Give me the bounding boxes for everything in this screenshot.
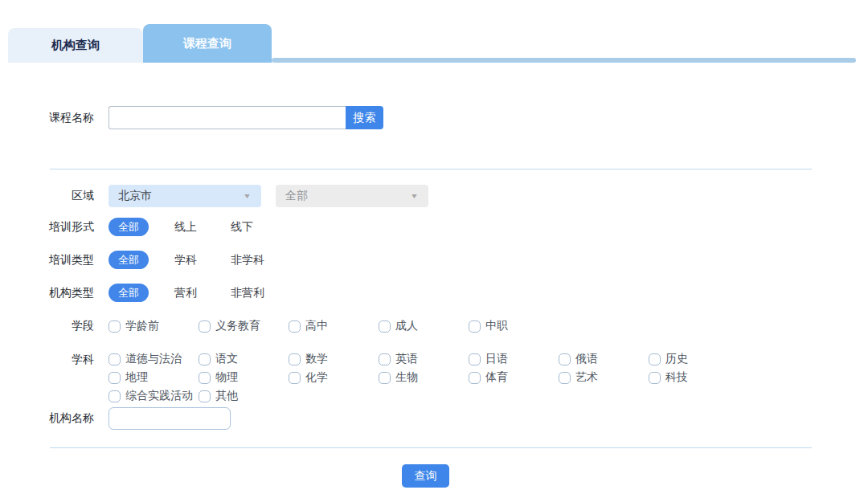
stage-label: 学段 [0,319,94,333]
filter-option-selected[interactable]: 全部 [108,218,149,236]
checkbox-item[interactable]: 道德与法治 [108,352,199,366]
district-value: 全部 [285,189,308,203]
search-button[interactable]: 搜索 [346,106,383,129]
filter-option[interactable]: 非学科 [231,253,264,267]
org-type-row: 机构类型 全部营利非营利 [0,284,298,302]
tab-institution-query[interactable]: 机构查询 [8,28,143,63]
checkbox-item[interactable]: 日语 [469,352,559,366]
checkbox-icon[interactable] [289,372,301,384]
checkbox-item[interactable]: 化学 [289,370,379,385]
checkbox-item[interactable]: 学龄前 [108,319,199,333]
course-name-row: 课程名称 搜索 [0,106,383,129]
tab-course-label: 课程查询 [183,36,231,51]
filter-option[interactable]: 非营利 [231,286,264,300]
checkbox-label: 中职 [485,319,508,333]
checkbox-item[interactable]: 数学 [289,352,379,366]
checkbox-item[interactable]: 物理 [199,370,289,385]
checkbox-item[interactable]: 体育 [469,370,559,385]
checkbox-label: 成人 [395,319,418,333]
checkbox-label: 物理 [215,370,238,385]
course-name-input[interactable] [108,106,346,129]
checkbox-icon[interactable] [379,320,391,333]
tab-institution-label: 机构查询 [51,38,100,53]
checkbox-label: 其他 [215,389,238,403]
checkbox-icon[interactable] [559,353,571,365]
checkbox-label: 体育 [485,370,508,385]
checkbox-label: 英语 [395,352,418,366]
checkbox-icon[interactable] [199,320,211,333]
subject-options: 道德与法治语文数学英语日语俄语历史地理物理化学生物体育艺术科技综合实践活动其他 [108,352,739,403]
checkbox-item[interactable]: 地理 [108,370,199,385]
checkbox-icon[interactable] [469,353,481,365]
checkbox-label: 日语 [485,352,508,366]
checkbox-icon[interactable] [108,372,121,384]
checkbox-item[interactable]: 生物 [379,370,469,385]
checkbox-item[interactable]: 高中 [289,319,379,333]
checkbox-item[interactable]: 义务教育 [199,319,289,333]
region-row: 区域 北京市 ▼ 全部 ▼ [0,185,428,207]
checkbox-item[interactable]: 科技 [649,370,739,385]
checkbox-icon[interactable] [649,372,661,384]
checkbox-label: 义务教育 [215,319,260,333]
checkbox-icon[interactable] [379,372,391,384]
checkbox-label: 化学 [305,370,328,385]
checkbox-item[interactable]: 其他 [199,389,289,403]
district-select[interactable]: 全部 ▼ [276,185,428,207]
chevron-down-icon: ▼ [410,192,419,200]
query-button[interactable]: 查询 [402,464,449,488]
checkbox-label: 科技 [665,370,688,385]
checkbox-icon[interactable] [108,390,121,402]
checkbox-item[interactable]: 成人 [379,319,469,333]
checkbox-item[interactable]: 俄语 [559,352,649,366]
checkbox-item[interactable]: 综合实践活动 [108,389,199,403]
org-name-input[interactable] [108,407,231,430]
subject-label: 学科 [0,352,94,367]
checkbox-label: 俄语 [575,352,598,366]
checkbox-item[interactable]: 英语 [379,352,469,366]
checkbox-icon[interactable] [108,320,121,333]
checkbox-icon[interactable] [469,320,481,333]
checkbox-item[interactable]: 历史 [649,352,739,366]
checkbox-label: 地理 [125,370,148,385]
tab-underline [272,58,856,63]
checkbox-label: 道德与法治 [125,352,182,366]
checkbox-label: 高中 [305,319,328,333]
checkbox-icon[interactable] [108,353,121,365]
course-name-label: 课程名称 [0,111,94,125]
checkbox-item[interactable]: 中职 [469,319,559,333]
chevron-down-icon: ▼ [243,192,252,200]
checkbox-icon[interactable] [289,320,301,333]
province-value: 北京市 [118,189,152,203]
training-form-label: 培训形式 [0,220,94,235]
filter-option[interactable]: 线下 [231,220,253,235]
checkbox-icon[interactable] [379,353,391,365]
checkbox-label: 生物 [395,370,418,385]
checkbox-icon[interactable] [199,372,211,384]
divider-bottom [50,447,812,448]
region-label: 区域 [0,189,94,203]
training-type-row: 培训类型 全部学科非学科 [0,251,298,269]
filter-option-selected[interactable]: 全部 [108,284,149,302]
checkbox-icon[interactable] [289,353,301,365]
checkbox-icon[interactable] [469,372,481,384]
training-form-row: 培训形式 全部线上线下 [0,218,287,236]
checkbox-item[interactable]: 语文 [199,352,289,366]
filter-option[interactable]: 营利 [174,286,197,300]
checkbox-icon[interactable] [649,353,661,365]
filter-option[interactable]: 学科 [174,253,197,267]
filter-option-selected[interactable]: 全部 [108,251,149,269]
checkbox-item[interactable]: 艺术 [559,370,649,385]
tab-course-query[interactable]: 课程查询 [143,24,272,63]
checkbox-label: 语文 [215,352,238,366]
org-type-label: 机构类型 [0,286,94,300]
province-select[interactable]: 北京市 ▼ [108,185,261,207]
checkbox-label: 数学 [305,352,328,366]
checkbox-label: 综合实践活动 [125,389,193,403]
filter-option[interactable]: 线上 [174,220,197,235]
divider-top [50,169,812,169]
checkbox-icon[interactable] [199,390,211,402]
checkbox-icon[interactable] [559,372,571,384]
stage-row: 学段 学龄前义务教育高中成人中职 [0,319,559,333]
org-name-label: 机构名称 [0,411,94,426]
checkbox-icon[interactable] [199,353,211,365]
